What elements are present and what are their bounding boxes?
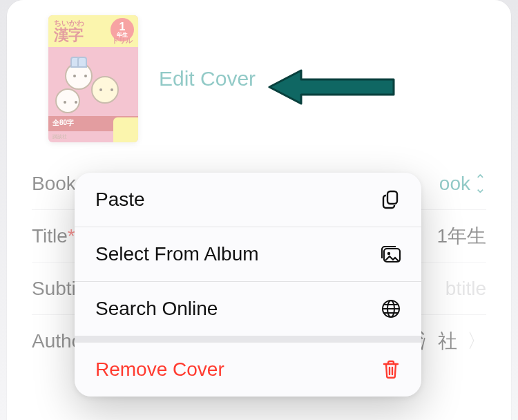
placeholder-subtitle: btitle bbox=[445, 278, 486, 300]
menu-item-select-from-album[interactable]: Select From Album bbox=[75, 227, 421, 281]
menu-item-search-online[interactable]: Search Online bbox=[75, 282, 421, 336]
cover-drill-text: ドリル bbox=[112, 36, 133, 46]
label-subtitle: Subti bbox=[32, 278, 76, 300]
globe-icon bbox=[378, 296, 403, 321]
edit-cover-context-menu: Paste Select From Album Search Online bbox=[75, 173, 421, 397]
label-book-type: Book bbox=[32, 173, 76, 195]
value-author: 氵社 bbox=[419, 328, 457, 354]
value-title: 1年生 bbox=[437, 223, 486, 249]
menu-label-search: Search Online bbox=[95, 298, 218, 320]
cover-section: ちいかわ 漢字 1 年生 ドリル 全80字 講談社 Edit Cover bbox=[7, 0, 511, 158]
value-book-type: ook ⌃⌄ bbox=[439, 173, 486, 195]
menu-item-remove-cover[interactable]: Remove Cover bbox=[75, 343, 421, 397]
label-title: Title* bbox=[32, 225, 75, 247]
menu-label-paste: Paste bbox=[95, 189, 145, 211]
chevron-right-icon: 〉 bbox=[467, 328, 486, 354]
cover-thumbnail[interactable]: ちいかわ 漢字 1 年生 ドリル 全80字 講談社 bbox=[48, 15, 138, 142]
photo-library-icon bbox=[378, 242, 403, 267]
clipboard-icon bbox=[378, 187, 403, 212]
trash-icon bbox=[378, 357, 403, 382]
menu-item-paste[interactable]: Paste bbox=[75, 173, 421, 227]
cover-kanji: 漢字 bbox=[54, 25, 83, 46]
up-down-selector-icon: ⌃⌄ bbox=[474, 175, 486, 192]
edit-cover-button[interactable]: Edit Cover bbox=[159, 67, 256, 90]
menu-label-remove: Remove Cover bbox=[95, 359, 224, 381]
svg-rect-0 bbox=[387, 191, 397, 204]
menu-label-album: Select From Album bbox=[95, 243, 259, 265]
svg-point-2 bbox=[387, 252, 390, 255]
